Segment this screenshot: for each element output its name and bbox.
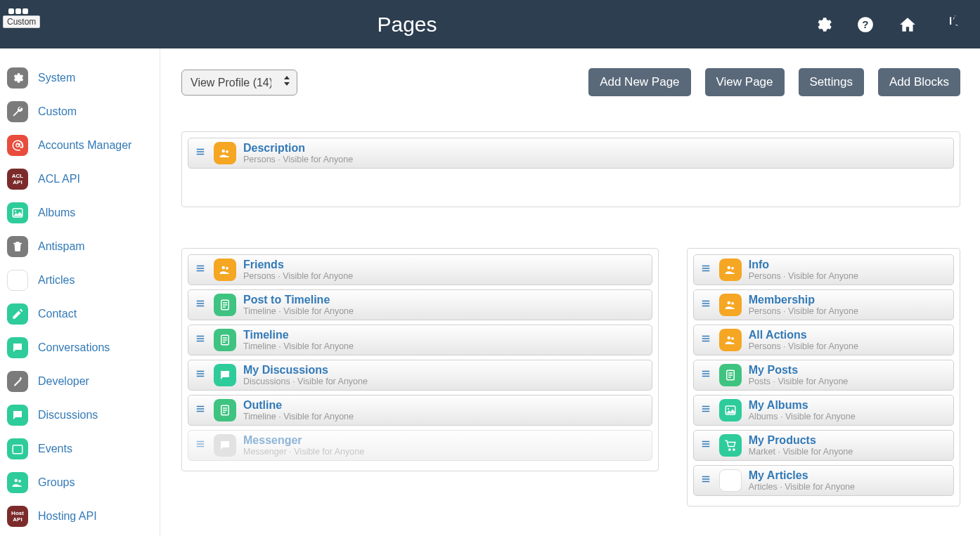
main-content: View Profile (14) Add New Page View Page… [160,48,980,536]
block-title: Membership [749,294,858,306]
block-friends[interactable]: FriendsPersons · Visible for Anyone [188,254,652,285]
block-membership[interactable]: MembershipPersons · Visible for Anyone [693,289,954,320]
sidebar-item-label: Articles [38,274,75,287]
persons-icon [719,259,742,281]
block-meta: Articles · Visible for Anyone [749,482,855,492]
view-page-button[interactable]: View Page [705,68,785,96]
pencil-icon [719,469,742,492]
blocks-zone-left: FriendsPersons · Visible for AnyonePost … [181,248,659,471]
sidebar-item-articles[interactable]: Articles [7,263,153,297]
block-info[interactable]: InfoPersons · Visible for Anyone [693,254,954,285]
drag-handle-icon[interactable] [699,404,712,417]
block-meta: Timeline · Visible for Anyone [243,412,354,421]
cart-icon [719,434,742,457]
drag-handle-icon[interactable] [194,147,207,159]
block-title: My Products [749,434,853,447]
sidebar-item-discussions[interactable]: Discussions [7,398,153,432]
sidebar-item-label: Conversations [38,341,110,354]
sidebar-item-contact[interactable]: Contact [7,297,153,331]
block-title: My Articles [749,469,855,482]
sidebar-item-system[interactable]: System [7,61,153,95]
add-new-page-button[interactable]: Add New Page [588,68,690,96]
settings-button[interactable]: Settings [799,68,864,96]
block-title: Messenger [243,434,364,447]
sidebar-item-conversations[interactable]: Conversations [7,331,153,365]
grid-icon [8,8,28,14]
blocks-zone-right: InfoPersons · Visible for AnyoneMembersh… [687,248,960,506]
sidebar-item-custom[interactable]: Custom [7,95,153,129]
block-meta: Timeline · Visible for Anyone [243,306,354,316]
sidebar-item-albums[interactable]: Albums [7,196,153,230]
trash-icon [7,236,28,257]
block-title: My Posts [749,364,849,377]
block-title: My Albums [749,399,856,412]
sidebar-item-antispam[interactable]: Antispam [7,230,153,263]
block-meta: Persons · Visible for Anyone [243,271,353,281]
drag-handle-icon[interactable] [194,263,207,276]
chat-icon [214,364,236,386]
block-all-actions[interactable]: All ActionsPersons · Visible for Anyone [693,325,954,355]
block-timeline[interactable]: TimelineTimeline · Visible for Anyone [188,325,652,355]
drag-handle-icon[interactable] [699,334,712,346]
power-icon[interactable] [941,15,959,34]
drag-handle-icon[interactable] [194,439,207,452]
block-messenger[interactable]: MessengerMessenger · Visible for Anyone [188,430,652,461]
block-my-articles[interactable]: My ArticlesArticles · Visible for Anyone [693,465,954,496]
block-title: My Discussions [243,364,368,377]
sidebar-item-acl-api[interactable]: ACLAPIACL API [7,162,153,196]
drag-handle-icon[interactable] [699,474,712,487]
drag-handle-icon[interactable] [194,299,207,311]
block-post-to-timeline[interactable]: Post to TimelineTimeline · Visible for A… [188,289,652,320]
drag-handle-icon[interactable] [194,404,207,417]
block-my-posts[interactable]: My PostsPosts · Visible for Anyone [693,360,954,391]
block-outline[interactable]: OutlineTimeline · Visible for Anyone [188,395,652,426]
block-title: Outline [243,399,354,412]
block-meta: Persons · Visible for Anyone [749,306,858,316]
settings-icon[interactable] [814,15,832,34]
doc-icon [214,329,236,351]
image-icon [7,202,28,223]
sidebar-item-hosting-api[interactable]: HostAPIHosting API [7,499,153,533]
block-my-discussions[interactable]: My DiscussionsDiscussions · Visible for … [188,360,652,391]
at-icon [7,135,28,156]
app-header: Custom Pages [0,0,980,48]
page-select[interactable]: View Profile (14) [181,70,297,96]
sidebar-item-label: Hosting API [38,510,97,523]
sidebar-item-groups[interactable]: Groups [7,466,153,499]
block-title: Description [243,142,353,155]
add-blocks-button[interactable]: Add Blocks [878,68,960,96]
image-icon [719,399,742,421]
drag-handle-icon[interactable] [699,263,712,276]
doc-icon [214,399,236,421]
block-description[interactable]: DescriptionPersons · Visible for Anyone [188,138,954,169]
drag-handle-icon[interactable] [194,369,207,381]
block-title: Info [749,259,858,271]
persons-icon [719,329,742,351]
sidebar-item-label: Custom [38,105,77,118]
text-icon: ACLAPI [7,169,28,190]
block-title: All Actions [749,329,858,341]
drag-handle-icon[interactable] [699,369,712,381]
block-meta: Timeline · Visible for Anyone [243,341,354,351]
drag-handle-icon[interactable] [194,334,207,346]
block-my-products[interactable]: My ProductsMarket · Visible for Anyone [693,430,954,461]
block-title: Friends [243,259,353,271]
help-icon[interactable] [856,15,875,34]
custom-menu-button[interactable]: Custom [3,8,40,28]
sidebar-item-accounts-manager[interactable]: Accounts Manager [7,129,153,162]
persons-icon [214,142,236,164]
pencil-icon [7,303,28,325]
sidebar-item-events[interactable]: Events [7,432,153,466]
wand-icon [7,371,28,392]
sidebar-item-developer[interactable]: Developer [7,365,153,398]
sidebar-item-label: ACL API [38,173,80,185]
text-icon: HostAPI [7,506,28,527]
block-meta: Persons · Visible for Anyone [749,341,858,351]
drag-handle-icon[interactable] [699,299,712,311]
chat-icon [7,337,28,358]
drag-handle-icon[interactable] [699,439,712,452]
sidebar-item-label: Groups [38,476,75,489]
sidebar-item-label: Developer [38,375,89,388]
home-icon[interactable] [898,15,917,34]
block-my-albums[interactable]: My AlbumsAlbums · Visible for Anyone [693,395,954,426]
